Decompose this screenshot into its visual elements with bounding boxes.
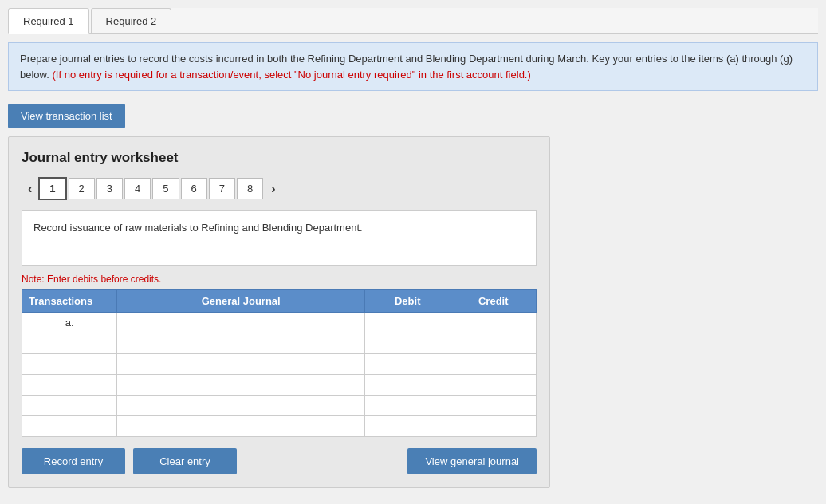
table-row: a. xyxy=(22,313,537,333)
table-row xyxy=(22,396,537,416)
transaction-cell-3 xyxy=(22,354,117,375)
page-btn-4[interactable]: 4 xyxy=(124,178,151,199)
note-text: Note: Enter debits before credits. xyxy=(22,274,537,285)
debit-cell-2[interactable] xyxy=(364,333,450,354)
worksheet-container: Journal entry worksheet ‹ 1 2 3 4 5 6 7 … xyxy=(8,136,550,488)
journal-cell-1[interactable] xyxy=(117,313,365,333)
journal-cell-6[interactable] xyxy=(117,416,365,437)
bottom-buttons: Record entry Clear entry View general jo… xyxy=(22,448,537,474)
journal-cell-2[interactable] xyxy=(117,333,365,354)
debit-cell-5[interactable] xyxy=(364,396,450,416)
clear-entry-button[interactable]: Clear entry xyxy=(133,448,237,474)
journal-input-3[interactable] xyxy=(117,354,364,374)
col-header-general-journal: General Journal xyxy=(117,290,365,313)
page-btn-1[interactable]: 1 xyxy=(38,177,66,200)
debit-input-4[interactable] xyxy=(365,375,450,395)
view-general-journal-button[interactable]: View general journal xyxy=(407,448,537,474)
credit-input-5[interactable] xyxy=(450,396,536,415)
transaction-cell-2 xyxy=(22,333,117,354)
prev-page-btn[interactable]: ‹ xyxy=(22,179,38,199)
page-btn-5[interactable]: 5 xyxy=(152,178,179,199)
debit-cell-6[interactable] xyxy=(364,416,450,437)
page-btn-3[interactable]: 3 xyxy=(96,178,123,199)
credit-input-4[interactable] xyxy=(450,375,536,395)
page-btn-6[interactable]: 6 xyxy=(181,178,207,199)
page-btn-8[interactable]: 8 xyxy=(237,178,263,199)
credit-input-6[interactable] xyxy=(450,416,536,436)
debit-cell-4[interactable] xyxy=(364,375,450,396)
credit-cell-5[interactable] xyxy=(450,396,537,416)
debit-input-1[interactable] xyxy=(365,313,450,333)
description-text: Record issuance of raw materials to Refi… xyxy=(33,222,363,234)
table-row xyxy=(22,416,537,437)
tab-required-2[interactable]: Required 2 xyxy=(91,8,172,33)
col-header-transactions: Transactions xyxy=(22,290,117,313)
journal-input-1[interactable] xyxy=(117,313,364,333)
transaction-cell-6 xyxy=(22,416,117,437)
credit-cell-6[interactable] xyxy=(450,416,537,437)
credit-cell-1[interactable] xyxy=(450,313,537,333)
journal-input-6[interactable] xyxy=(117,416,364,436)
credit-input-3[interactable] xyxy=(450,354,536,374)
debit-cell-3[interactable] xyxy=(364,354,450,375)
debit-cell-1[interactable] xyxy=(364,313,450,333)
tab-bar: Required 1 Required 2 xyxy=(8,8,818,34)
table-row xyxy=(22,375,537,396)
credit-input-1[interactable] xyxy=(450,313,536,333)
transaction-cell-5 xyxy=(22,396,117,416)
record-entry-button[interactable]: Record entry xyxy=(22,448,125,474)
credit-cell-3[interactable] xyxy=(450,354,537,375)
description-box: Record issuance of raw materials to Refi… xyxy=(22,210,537,266)
debit-input-2[interactable] xyxy=(365,333,450,353)
page-btn-7[interactable]: 7 xyxy=(209,178,235,199)
col-header-credit: Credit xyxy=(450,290,537,313)
table-row xyxy=(22,333,537,354)
journal-cell-3[interactable] xyxy=(117,354,365,375)
journal-input-5[interactable] xyxy=(117,396,364,415)
instructions-red-text: (If no entry is required for a transacti… xyxy=(53,69,531,81)
pagination: ‹ 1 2 3 4 5 6 7 8 › xyxy=(22,177,537,200)
debit-input-5[interactable] xyxy=(365,396,450,415)
credit-cell-2[interactable] xyxy=(450,333,537,354)
worksheet-title: Journal entry worksheet xyxy=(22,150,537,166)
debit-input-6[interactable] xyxy=(365,416,450,436)
next-page-btn[interactable]: › xyxy=(265,179,281,199)
instructions-box: Prepare journal entries to record the co… xyxy=(8,42,818,91)
journal-cell-5[interactable] xyxy=(117,396,365,416)
transaction-cell-1: a. xyxy=(22,313,117,333)
journal-table: Transactions General Journal Debit Credi… xyxy=(22,289,537,437)
credit-input-2[interactable] xyxy=(450,333,536,353)
page-btn-2[interactable]: 2 xyxy=(69,178,95,199)
journal-cell-4[interactable] xyxy=(117,375,365,396)
debit-input-3[interactable] xyxy=(365,354,450,374)
view-transaction-btn[interactable]: View transaction list xyxy=(8,104,125,128)
journal-input-4[interactable] xyxy=(117,375,364,395)
table-row xyxy=(22,354,537,375)
journal-input-2[interactable] xyxy=(117,333,364,353)
credit-cell-4[interactable] xyxy=(450,375,537,396)
transaction-cell-4 xyxy=(22,375,117,396)
col-header-debit: Debit xyxy=(364,290,450,313)
tab-required-1[interactable]: Required 1 xyxy=(8,8,89,34)
